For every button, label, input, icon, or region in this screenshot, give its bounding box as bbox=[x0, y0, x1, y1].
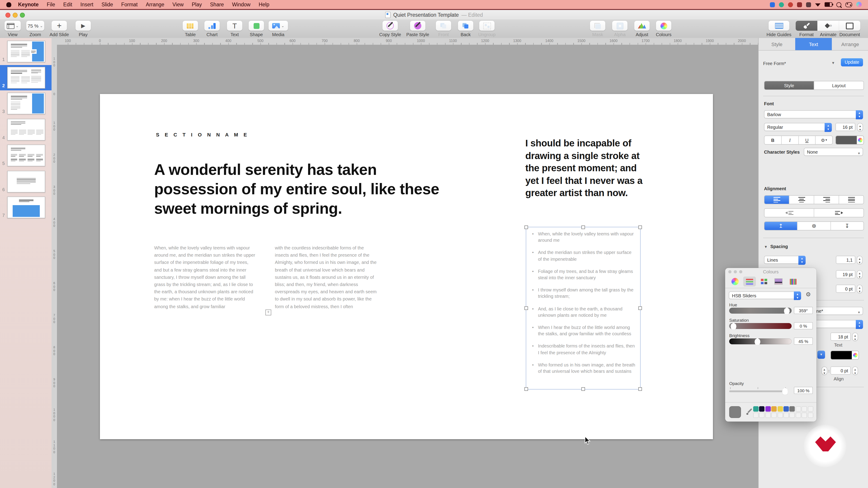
menu-item-share[interactable]: Share bbox=[206, 2, 228, 7]
zoom-window-button[interactable] bbox=[20, 13, 25, 18]
swatch-empty[interactable] bbox=[759, 412, 765, 418]
saturation-value[interactable]: 0 % bbox=[794, 322, 813, 329]
colour-palettes-tab[interactable] bbox=[758, 276, 770, 287]
tab-style[interactable]: Style bbox=[765, 81, 814, 90]
close-window-button[interactable] bbox=[5, 13, 10, 18]
bullet-item-8[interactable]: Who formed us in his own image, and the … bbox=[532, 362, 636, 375]
bullet-size-field[interactable]: 18 pt bbox=[831, 332, 851, 341]
brightness-slider-thumb[interactable] bbox=[754, 338, 761, 345]
slide-thumbnail[interactable] bbox=[7, 41, 45, 62]
text-button[interactable]: T bbox=[227, 21, 242, 31]
brightness-slider[interactable] bbox=[729, 338, 792, 344]
stepper-icon[interactable]: ▲▼ bbox=[856, 320, 863, 329]
view-button[interactable]: ⌄ bbox=[4, 21, 21, 31]
battery-icon[interactable] bbox=[825, 2, 832, 7]
space-after-stepper[interactable]: ▲▼ bbox=[857, 285, 863, 293]
eyedropper-icon[interactable] bbox=[746, 408, 753, 415]
space-before-stepper[interactable]: ▲▼ bbox=[857, 270, 863, 279]
shield-icon[interactable] bbox=[806, 2, 811, 7]
add-slide-button[interactable]: + bbox=[52, 21, 67, 31]
slide-thumbnail[interactable] bbox=[7, 93, 45, 114]
font-family-select[interactable]: Barlow▲▼ bbox=[764, 110, 863, 119]
paragraph-style-name[interactable]: Free Form* bbox=[763, 61, 786, 66]
swatch-ecd24b[interactable] bbox=[777, 406, 783, 412]
app-icon-maroon[interactable] bbox=[797, 2, 802, 7]
swatch-8c2fd8[interactable] bbox=[765, 406, 771, 412]
bullet-size-stepper[interactable]: ▲▼ bbox=[852, 332, 858, 341]
pencils-tab[interactable] bbox=[786, 276, 799, 287]
valign-middle-button[interactable]: ⊛ bbox=[798, 222, 831, 230]
gear-icon[interactable]: ⚙ bbox=[806, 291, 811, 298]
hue-slider[interactable] bbox=[729, 308, 792, 314]
space-after-field[interactable]: 0 pt bbox=[836, 285, 855, 293]
swatch-empty[interactable] bbox=[771, 412, 777, 418]
font-size-field[interactable]: 16 pt bbox=[835, 123, 855, 131]
slide-thumbnail[interactable] bbox=[7, 197, 45, 218]
stepper-icon[interactable]: ▲▼ bbox=[825, 123, 832, 132]
valign-top-button[interactable]: ↥ bbox=[765, 222, 798, 230]
back-button[interactable] bbox=[458, 21, 473, 31]
siri-icon[interactable] bbox=[856, 2, 862, 7]
selection-handle[interactable] bbox=[638, 225, 642, 229]
selection-handle[interactable] bbox=[524, 306, 528, 310]
stepper-icon[interactable]: ▲▼ bbox=[798, 256, 806, 265]
slide-thumbnail-row-3[interactable]: 3 bbox=[0, 91, 52, 116]
play-button[interactable]: ▶ bbox=[75, 21, 91, 31]
window-title-bar[interactable]: Quiet Presentation Template — Edited bbox=[0, 10, 868, 20]
opacity-slider-thumb[interactable] bbox=[782, 388, 788, 394]
menu-item-file[interactable]: File bbox=[43, 2, 59, 7]
shape-button[interactable] bbox=[249, 21, 264, 31]
hue-slider-thumb[interactable] bbox=[784, 307, 790, 314]
increase-indent-button[interactable] bbox=[814, 209, 864, 217]
opacity-slider[interactable]: 100 % bbox=[725, 388, 816, 395]
align-left-button[interactable] bbox=[765, 196, 789, 204]
bullet-item-1[interactable]: When, while the lovely valley teems with… bbox=[532, 231, 636, 244]
swatch-empty[interactable] bbox=[796, 412, 801, 418]
swatch-3b67c6[interactable] bbox=[783, 406, 789, 412]
menu-item-arrange[interactable]: Arrange bbox=[142, 2, 168, 7]
inspector-tab-text[interactable]: Text bbox=[795, 38, 832, 50]
bullet-align-field[interactable]: 0 pt bbox=[831, 366, 851, 375]
app-icon-red[interactable] bbox=[788, 2, 793, 7]
paste-style-button[interactable] bbox=[410, 21, 426, 31]
slide-thumbnail[interactable] bbox=[7, 144, 45, 166]
slide-body-column-1[interactable]: When, while the lovely valley teems with… bbox=[154, 245, 256, 311]
line-spacing-field[interactable]: 1,1 bbox=[836, 256, 855, 264]
slide-section-name[interactable]: S E C T I O N N A M E bbox=[156, 132, 249, 137]
zoom-button[interactable]: 75 %⌄ bbox=[26, 21, 44, 31]
slide-thumbnail-row-2[interactable]: 2 bbox=[0, 65, 52, 90]
app-icon-teal[interactable] bbox=[779, 2, 784, 7]
swatch-empty[interactable] bbox=[777, 412, 783, 418]
wifi-icon[interactable] bbox=[815, 2, 820, 6]
bullet-color-well[interactable] bbox=[831, 351, 859, 360]
copy-style-button[interactable] bbox=[382, 21, 398, 31]
hue-value[interactable]: 359° bbox=[794, 307, 813, 314]
menu-item-edit[interactable]: Edit bbox=[59, 2, 76, 7]
text-color-well[interactable] bbox=[835, 135, 864, 144]
brand-badge[interactable] bbox=[804, 425, 846, 467]
app-icon-blue[interactable] bbox=[770, 2, 775, 7]
saturation-slider[interactable] bbox=[729, 323, 792, 329]
bold-button[interactable]: B bbox=[765, 136, 782, 144]
font-size-stepper[interactable]: ▲▼ bbox=[857, 123, 863, 131]
swatch-empty[interactable] bbox=[808, 406, 813, 412]
inspector-tab-style[interactable]: Style bbox=[758, 38, 795, 50]
media-button[interactable]: ⌄ bbox=[269, 21, 288, 31]
character-styles-select[interactable]: None▾ bbox=[804, 148, 863, 156]
swatch-2ea392[interactable] bbox=[753, 406, 758, 412]
selection-handle[interactable] bbox=[581, 387, 585, 391]
tab-layout[interactable]: Layout bbox=[814, 81, 864, 90]
animate-button[interactable]: » bbox=[817, 21, 839, 31]
menu-item-view[interactable]: View bbox=[168, 2, 188, 7]
space-before-field[interactable]: 19 pt bbox=[836, 270, 855, 278]
slider-mode-select[interactable]: HSB Sliders▲▼ bbox=[729, 291, 801, 299]
inspector-tab-arrange[interactable]: Arrange bbox=[832, 38, 868, 50]
image-palettes-tab[interactable] bbox=[772, 276, 785, 287]
swatch-131230[interactable] bbox=[759, 406, 765, 412]
slide-thumbnail-row-4[interactable]: 4 bbox=[0, 117, 52, 142]
slide-thumbnail[interactable] bbox=[7, 67, 45, 88]
selection-handle[interactable] bbox=[581, 225, 585, 229]
colours-button[interactable] bbox=[656, 21, 671, 31]
color-wheel-icon[interactable] bbox=[858, 138, 863, 142]
swatch-empty[interactable] bbox=[796, 406, 801, 412]
